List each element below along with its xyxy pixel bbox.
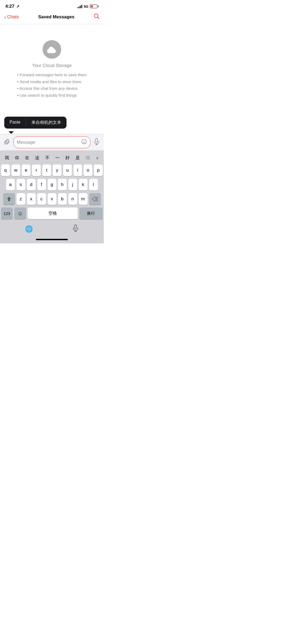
cloud-icon: [43, 40, 61, 59]
search-button[interactable]: [94, 13, 100, 21]
key-x[interactable]: x: [27, 193, 36, 205]
attach-button[interactable]: [3, 138, 11, 147]
cloud-storage-list: Forward messages here to save them Send …: [17, 71, 86, 99]
status-time: 4:27 ↗: [5, 4, 19, 9]
key-z[interactable]: z: [16, 193, 25, 205]
predictive-word-3[interactable]: 在: [22, 154, 32, 162]
sticker-button[interactable]: [81, 139, 87, 146]
svg-point-3: [83, 141, 84, 141]
svg-rect-5: [96, 138, 98, 142]
key-row-1: q w e r t y u i o p: [1, 164, 103, 176]
key-p[interactable]: p: [94, 164, 103, 176]
cloud-storage-title: Your Cloud Storage: [32, 63, 72, 68]
home-indicator-bar: [36, 239, 68, 240]
cloud-bullet-4: Use search to quickly find things: [17, 92, 86, 99]
key-j[interactable]: j: [68, 179, 77, 190]
page-title: Saved Messages: [38, 14, 74, 20]
back-button[interactable]: ‹ Chats: [4, 14, 19, 20]
predictive-word-5[interactable]: 不: [43, 154, 52, 162]
key-g[interactable]: g: [48, 179, 56, 190]
status-bar: 4:27 ↗ 5G: [0, 0, 104, 11]
return-key[interactable]: 换行: [79, 207, 103, 219]
predictive-word-7[interactable]: 好: [63, 154, 72, 162]
predictive-expand-button[interactable]: ∨: [93, 154, 102, 162]
space-key[interactable]: 空格: [28, 207, 78, 219]
svg-line-1: [98, 17, 99, 19]
location-icon: ↗: [16, 4, 19, 9]
key-m[interactable]: m: [79, 193, 88, 205]
back-chevron-icon: ‹: [4, 14, 6, 20]
key-k[interactable]: k: [79, 179, 88, 190]
context-menu-arrow: [9, 131, 14, 134]
globe-icon[interactable]: 🌐: [25, 225, 33, 233]
numbers-key[interactable]: 123: [1, 207, 13, 219]
nav-bar: ‹ Chats Saved Messages: [0, 11, 104, 24]
back-label: Chats: [7, 14, 19, 20]
key-row-3: z x c v b n m: [1, 193, 103, 205]
key-h[interactable]: h: [58, 179, 67, 190]
chat-area: Your Cloud Storage Forward messages here…: [0, 24, 104, 115]
key-l[interactable]: l: [89, 179, 98, 190]
predictive-word-4[interactable]: 这: [32, 154, 42, 162]
cloud-bullet-1: Forward messages here to save them: [17, 71, 86, 78]
home-indicator: [0, 237, 104, 243]
key-row-4: 123 ☺ 空格 换行: [1, 207, 103, 219]
key-rows: q w e r t y u i o p a s d f g h j k l: [0, 164, 104, 219]
key-f[interactable]: f: [37, 179, 46, 190]
context-menu-camera-text[interactable]: 来自相机的文本: [26, 117, 67, 129]
keyboard-mic-icon[interactable]: [72, 224, 79, 234]
key-d[interactable]: d: [27, 179, 36, 190]
key-y[interactable]: y: [53, 164, 61, 176]
context-menu-wrapper: Paste 来自相机的文本: [0, 115, 104, 134]
keyboard-bottom-bar: 🌐: [0, 221, 104, 236]
svg-point-4: [85, 141, 85, 141]
predictive-word-8[interactable]: 是: [73, 154, 82, 162]
key-a[interactable]: a: [6, 179, 15, 190]
predictive-word-9[interactable]: 我: [83, 154, 93, 162]
key-o[interactable]: o: [84, 164, 92, 176]
context-menu-paste[interactable]: Paste: [4, 117, 26, 129]
emoji-key[interactable]: ☺: [14, 207, 26, 219]
signal-5g-label: 5G: [84, 5, 88, 9]
signal-bars: [77, 5, 82, 8]
predictive-word-6[interactable]: 一: [53, 154, 62, 162]
key-w[interactable]: w: [11, 164, 20, 176]
key-t[interactable]: t: [42, 164, 51, 176]
cloud-bullet-2: Send media and files to store them: [17, 78, 86, 85]
key-n[interactable]: n: [68, 193, 77, 205]
keyboard: 我 你 在 这 不 一 好 是 我 ∨ q w e r t y u i o p …: [0, 150, 104, 237]
message-input[interactable]: [17, 140, 80, 145]
key-q[interactable]: q: [1, 164, 10, 176]
backspace-key[interactable]: [89, 193, 101, 205]
key-e[interactable]: e: [22, 164, 31, 176]
key-v[interactable]: v: [48, 193, 56, 205]
key-s[interactable]: s: [16, 179, 25, 190]
message-input-container: [13, 136, 90, 148]
battery-indicator: [90, 5, 98, 8]
svg-rect-8: [74, 225, 77, 228]
predictive-word-2[interactable]: 你: [12, 154, 22, 162]
key-b[interactable]: b: [58, 193, 67, 205]
key-c[interactable]: c: [37, 193, 46, 205]
key-i[interactable]: i: [73, 164, 82, 176]
key-r[interactable]: r: [32, 164, 41, 176]
predictive-word-1[interactable]: 我: [2, 154, 12, 162]
voice-button[interactable]: [93, 137, 101, 148]
key-u[interactable]: u: [63, 164, 72, 176]
predictive-bar: 我 你 在 这 不 一 好 是 我 ∨: [0, 152, 104, 164]
status-icons: 5G: [77, 5, 98, 9]
key-row-2: a s d f g h j k l: [1, 179, 103, 190]
shift-key[interactable]: [3, 193, 15, 205]
message-input-bar: [0, 134, 104, 150]
cloud-bullet-3: Access this chat from any device: [17, 85, 86, 92]
context-menu: Paste 来自相机的文本: [4, 117, 67, 129]
